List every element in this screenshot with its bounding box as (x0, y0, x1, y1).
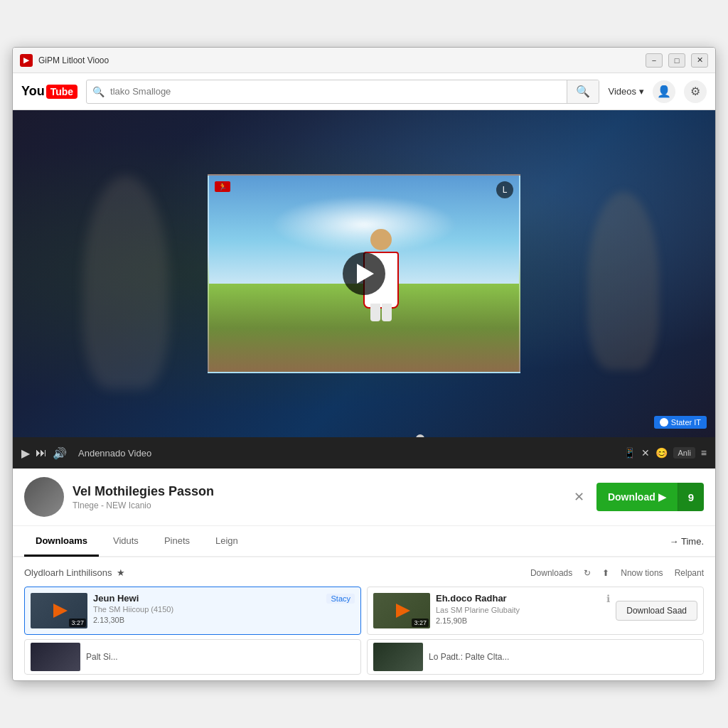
maximize-button[interactable]: □ (668, 53, 685, 68)
item-info-1: Jeun Hewi Stacy The SM Hiicoup (4150) 2.… (93, 593, 355, 624)
cast-icon[interactable]: ✕ (641, 447, 650, 459)
thumb-2: 3:27 (373, 593, 430, 628)
window-title: GiPM Litloot Viooo (38, 55, 646, 65)
section-header: Olydloarh Linthilisons ★ Downloads ↻ ⬆ N… (24, 563, 704, 582)
search-bar: 🔍 🔍 (86, 80, 599, 104)
emoji-icon[interactable]: 😊 (655, 447, 668, 459)
download-item-2[interactable]: 3:27 Eh.doco Radhar ℹ Las SM Plarine Glu… (367, 587, 704, 635)
item-sub-2: Las SM Plarine Glubaity (436, 606, 610, 614)
video-clock-icon: L (496, 181, 513, 198)
right-figure (588, 192, 659, 370)
thumb-duration-2: 3:27 (412, 619, 429, 627)
item-title-1: Jeun Hewi (93, 593, 139, 604)
video-background: 🏃 L Stater IT (13, 110, 715, 437)
quality-badge[interactable]: Anli (673, 447, 695, 459)
time-label: → Time. (670, 536, 704, 547)
download-saad-button[interactable]: Download Saad (616, 601, 697, 621)
downloads-section: Olydloarh Linthilisons ★ Downloads ↻ ⬆ N… (13, 557, 715, 680)
channel-name: Tlnege - NEW Icanio (73, 500, 560, 510)
info-bar: Vel Mothilegies Passon Tlnege - NEW Ican… (13, 469, 715, 526)
report-label[interactable]: Relpant (675, 568, 704, 578)
person-head (370, 229, 392, 250)
search-input[interactable] (110, 80, 567, 103)
more-thumb-2 (373, 643, 423, 671)
tab-downloams[interactable]: Downloams (24, 527, 99, 557)
tab-leign[interactable]: Leign (204, 527, 250, 557)
item-title-2: Eh.doco Radhar (436, 593, 507, 604)
item-sub-1: The SM Hiicoup (4150) (93, 605, 355, 614)
channel-avatar (24, 477, 64, 517)
more-item-2[interactable]: Lo Padt.: Palte Clta... (367, 639, 704, 675)
videos-dropdown-icon: ▾ (639, 86, 644, 97)
thumb-duration-1: 3:27 (69, 619, 86, 627)
videos-menu-button[interactable]: Videos ▾ (608, 86, 644, 97)
now-playing-title: Andennado Video (78, 448, 618, 459)
video-info: Vel Mothilegies Passon Tlnege - NEW Ican… (73, 484, 560, 510)
time-sort[interactable]: → Time. (670, 536, 704, 547)
download-grid: 3:27 Jeun Hewi Stacy The SM Hiicoup (415… (24, 587, 704, 635)
youtube-logo[interactable]: You Tube (21, 84, 77, 99)
nav-right: Videos ▾ 👤 ⚙ (608, 80, 707, 103)
video-title: Vel Mothilegies Passon (73, 484, 560, 499)
controls-right: 📱 ✕ 😊 Anli ≡ (623, 447, 707, 459)
item-size-1: 2.13,30B (93, 616, 355, 624)
section-controls: Downloads ↻ ⬆ Nnow tions Relpant (530, 568, 704, 578)
settings-button[interactable]: ⚙ (684, 80, 707, 103)
star-icon[interactable]: ★ (117, 567, 125, 578)
more-title-1: Palt Si... (86, 652, 118, 662)
video-logo-badge: 🏃 (215, 181, 230, 192)
mobile-icon[interactable]: 📱 (623, 447, 636, 459)
downloads-label: Downloads (530, 568, 572, 578)
background-figure (83, 176, 168, 389)
item-size-2: 2.15,90B (436, 616, 610, 625)
download-label: Download ▶ (608, 491, 666, 503)
play-button[interactable] (343, 252, 385, 295)
app-icon: ▶ (20, 54, 33, 67)
stater-label: Stater IT (671, 418, 701, 427)
section-title-text: Olydloarh Linthilisons (24, 567, 112, 578)
app-window: ▶ GiPM Litloot Viooo − □ ✕ You Tube 🔍 🔍 … (12, 47, 716, 681)
upload-icon[interactable]: ⬆ (602, 568, 609, 578)
dismiss-button[interactable]: ✕ (568, 486, 591, 508)
window-controls: − □ ✕ (646, 53, 708, 68)
stater-badge: Stater IT (654, 416, 707, 429)
video-frame[interactable]: 🏃 L (208, 174, 520, 373)
tab-pinets[interactable]: Pinets (153, 527, 201, 557)
more-options-icon[interactable]: ≡ (701, 447, 707, 459)
download-count-button[interactable]: 9 (678, 483, 704, 511)
next-control-button[interactable]: ⏭ (36, 446, 47, 459)
play-icon (357, 264, 374, 284)
download-main-button[interactable]: Download ▶ (596, 483, 678, 511)
more-items: Palt Si... Lo Padt.: Palte Clta... (24, 639, 704, 675)
avatar-image (24, 477, 64, 517)
title-bar: ▶ GiPM Litloot Viooo − □ ✕ (13, 48, 715, 73)
settings-icon: ⚙ (690, 85, 700, 98)
section-title: Olydloarh Linthilisons ★ (24, 567, 125, 578)
logo-tube: Tube (46, 85, 77, 99)
videos-label: Videos (608, 86, 636, 97)
stater-icon (660, 418, 668, 427)
thumb-play-icon-1 (53, 604, 68, 618)
more-item-1[interactable]: Palt Si... (24, 639, 361, 675)
tab-viduts[interactable]: Viduts (102, 527, 150, 557)
refresh-icon[interactable]: ↻ (584, 568, 591, 578)
close-button[interactable]: ✕ (691, 53, 708, 68)
volume-control-button[interactable]: 🔊 (53, 446, 67, 460)
info-icon-2[interactable]: ℹ (606, 593, 610, 604)
search-prefix-icon: 🔍 (87, 80, 110, 103)
item-info-2: Eh.doco Radhar ℹ Las SM Plarine Glubaity… (436, 593, 610, 625)
controls-bar: ▶ ⏭ 🔊 Andennado Video 📱 ✕ 😊 Anli ≡ (13, 437, 715, 469)
play-control-button[interactable]: ▶ (21, 446, 30, 460)
search-button[interactable]: 🔍 (567, 80, 599, 103)
video-area[interactable]: 🏃 L Stater IT (13, 110, 715, 437)
notifications-label[interactable]: Nnow tions (621, 568, 663, 578)
thumb-play-icon-2 (396, 604, 410, 618)
download-item-1[interactable]: 3:27 Jeun Hewi Stacy The SM Hiicoup (415… (24, 587, 361, 635)
download-button-group: Download ▶ 9 (596, 483, 704, 511)
minimize-button[interactable]: − (646, 53, 663, 68)
tabs-bar: Downloams Viduts Pinets Leign → Time. (13, 526, 715, 557)
download-count-label: 9 (688, 491, 694, 503)
account-button[interactable]: 👤 (653, 80, 675, 103)
logo-you: You (21, 84, 45, 99)
thumb-1: 3:27 (31, 593, 87, 628)
